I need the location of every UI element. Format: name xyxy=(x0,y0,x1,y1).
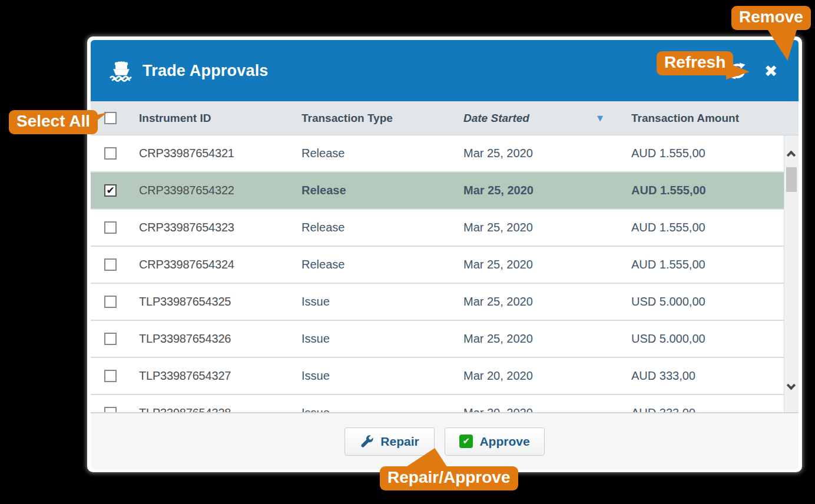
cell-transaction-type: Issue xyxy=(302,332,463,346)
row-checkbox-cell xyxy=(91,147,139,160)
row-checkbox-cell xyxy=(91,258,139,271)
approve-button[interactable]: Approve xyxy=(445,427,545,456)
cell-date-started: Mar 20, 2020 xyxy=(463,406,631,413)
cell-instrument-id: CRP33987654321 xyxy=(139,147,302,160)
row-checkbox-cell xyxy=(91,333,139,345)
row-checkbox[interactable] xyxy=(104,221,117,234)
cell-date-started: Mar 25, 2020 xyxy=(463,184,631,197)
table-row[interactable]: TLP33987654325 Issue Mar 25, 2020 USD 5.… xyxy=(91,284,799,321)
row-checkbox[interactable] xyxy=(104,184,117,197)
cell-transaction-amount: USD 5.000,00 xyxy=(631,295,799,309)
row-checkbox-cell xyxy=(91,221,139,234)
cell-date-started: Mar 20, 2020 xyxy=(463,369,631,383)
cell-transaction-type: Release xyxy=(302,147,463,160)
cell-transaction-amount: USD 5.000,00 xyxy=(631,332,799,346)
table-row[interactable]: CRP33987654321 Release Mar 25, 2020 AUD … xyxy=(91,135,799,173)
scrollbar-track[interactable] xyxy=(784,135,799,412)
remove-callout: Remove xyxy=(731,6,811,30)
cell-transaction-type: Release xyxy=(302,221,463,234)
table-header: Instrument ID Transaction Type Date Star… xyxy=(91,101,799,135)
panel-title: Trade Approvals xyxy=(143,62,269,80)
cell-transaction-type: Issue xyxy=(302,406,463,413)
table-row[interactable]: CRP33987654322 Release Mar 25, 2020 AUD … xyxy=(91,173,799,210)
table-row[interactable]: TLP33987654327 Issue Mar 20, 2020 AUD 33… xyxy=(91,358,799,395)
table-row[interactable]: TLP33987654326 Issue Mar 25, 2020 USD 5.… xyxy=(91,321,799,358)
cell-transaction-amount: AUD 333,00 xyxy=(631,406,799,413)
cell-date-started: Mar 25, 2020 xyxy=(463,332,631,346)
row-checkbox-cell xyxy=(91,407,139,413)
column-header-transaction-type[interactable]: Transaction Type xyxy=(302,112,463,125)
table-row[interactable]: CRP33987654323 Release Mar 25, 2020 AUD … xyxy=(91,210,799,247)
cell-instrument-id: TLP33987654328 xyxy=(139,406,302,413)
cell-transaction-amount: AUD 1.555,00 xyxy=(631,147,799,160)
column-header-instrument-id[interactable]: Instrument ID xyxy=(139,112,302,125)
cell-instrument-id: CRP33987654323 xyxy=(139,221,302,234)
cell-transaction-amount: AUD 1.555,00 xyxy=(631,184,799,197)
approve-check-icon xyxy=(459,435,473,448)
approve-button-label: Approve xyxy=(479,435,529,449)
repair-button[interactable]: Repair xyxy=(344,427,435,456)
row-checkbox[interactable] xyxy=(104,407,117,413)
date-started-label: Date Started xyxy=(463,112,529,125)
row-checkbox-cell xyxy=(91,296,139,308)
cell-date-started: Mar 25, 2020 xyxy=(463,258,631,271)
repair-approve-callout: Repair/Approve xyxy=(380,466,518,490)
cell-transaction-amount: AUD 1.555,00 xyxy=(631,258,799,271)
scrollbar-thumb[interactable] xyxy=(786,167,797,192)
column-header-date-started[interactable]: Date Started ▼ xyxy=(463,112,631,125)
select-all-checkbox[interactable] xyxy=(104,112,117,124)
scroll-down-icon[interactable] xyxy=(787,381,796,390)
sort-desc-icon: ▼ xyxy=(597,114,603,122)
scroll-up-icon[interactable] xyxy=(787,151,796,160)
repair-button-label: Repair xyxy=(380,435,419,449)
cell-transaction-type: Issue xyxy=(302,295,463,309)
wrench-icon xyxy=(360,435,374,449)
table-body: CRP33987654321 Release Mar 25, 2020 AUD … xyxy=(91,135,799,413)
cell-instrument-id: TLP33987654327 xyxy=(139,369,302,383)
row-checkbox[interactable] xyxy=(104,333,117,345)
cell-instrument-id: CRP33987654324 xyxy=(139,258,302,271)
cell-transaction-type: Release xyxy=(302,184,463,197)
row-checkbox-cell xyxy=(91,370,139,382)
row-checkbox[interactable] xyxy=(104,296,117,308)
cell-instrument-id: TLP33987654326 xyxy=(139,332,302,346)
cell-transaction-type: Release xyxy=(302,258,463,271)
row-checkbox[interactable] xyxy=(104,370,117,382)
cell-date-started: Mar 25, 2020 xyxy=(463,295,631,309)
cell-date-started: Mar 25, 2020 xyxy=(463,147,631,160)
column-header-transaction-amount[interactable]: Transaction Amount xyxy=(631,112,799,125)
row-checkbox[interactable] xyxy=(104,258,117,271)
cell-date-started: Mar 25, 2020 xyxy=(463,221,631,234)
cell-instrument-id: CRP33987654322 xyxy=(139,184,302,197)
row-checkbox-cell xyxy=(91,184,139,197)
close-button[interactable]: ✖ xyxy=(761,60,781,81)
rows-container: CRP33987654321 Release Mar 25, 2020 AUD … xyxy=(91,135,799,413)
footer-actions: Repair Approve xyxy=(91,413,799,469)
select-all-callout: Select All xyxy=(9,110,98,134)
table-row[interactable]: CRP33987654324 Release Mar 25, 2020 AUD … xyxy=(91,247,799,284)
cell-transaction-amount: AUD 1.555,00 xyxy=(631,221,799,234)
trade-approvals-panel: Trade Approvals ✖ Instrument ID Transact… xyxy=(87,37,802,472)
cell-transaction-type: Issue xyxy=(302,369,463,383)
table-row[interactable]: TLP33987654328 Issue Mar 20, 2020 AUD 33… xyxy=(91,395,799,413)
refresh-callout: Refresh xyxy=(657,51,733,75)
ship-icon xyxy=(108,59,134,82)
cell-instrument-id: TLP33987654325 xyxy=(139,295,302,309)
row-checkbox[interactable] xyxy=(104,147,117,160)
cell-transaction-amount: AUD 333,00 xyxy=(631,369,799,383)
